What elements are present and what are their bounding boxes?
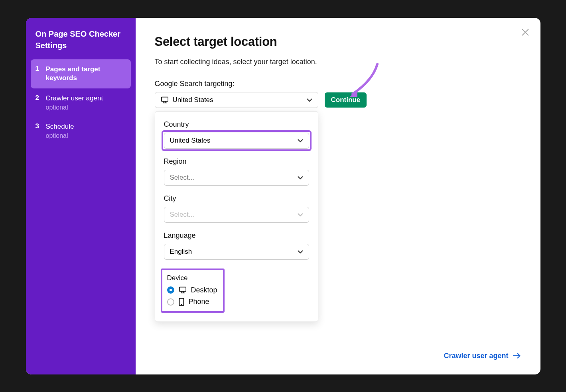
svg-rect-7	[179, 287, 185, 292]
step-optional: optional	[46, 104, 103, 111]
page-subtitle: To start collecting ideas, select your t…	[155, 58, 521, 66]
country-highlight: United States	[162, 130, 312, 151]
chevron-down-icon	[298, 248, 303, 256]
country-label: Country	[164, 120, 309, 129]
continue-button[interactable]: Continue	[325, 92, 367, 108]
location-dropdown-panel: Country United States Region Select...	[155, 111, 318, 322]
region-select[interactable]: Select...	[164, 170, 309, 186]
chevron-down-icon	[298, 174, 303, 182]
desktop-icon	[178, 286, 187, 294]
sidebar-step-schedule[interactable]: 3 Schedule optional	[31, 117, 131, 145]
radio-icon	[167, 298, 174, 306]
language-value: English	[170, 248, 192, 256]
city-select[interactable]: Select...	[164, 207, 309, 223]
device-radio-phone[interactable]: Phone	[167, 298, 218, 306]
settings-modal: On Page SEO Checker Settings 1 Pages and…	[26, 18, 540, 374]
country-select[interactable]: United States	[164, 133, 309, 149]
device-highlight: Device Desktop	[161, 269, 225, 313]
sidebar-title: On Page SEO Checker Settings	[31, 28, 131, 59]
sidebar-step-pages-keywords[interactable]: 1 Pages and target keywords	[31, 59, 131, 89]
language-select[interactable]: English	[164, 244, 309, 260]
device-desktop-label: Desktop	[191, 286, 217, 294]
target-location-value: United States	[173, 96, 213, 104]
svg-rect-2	[161, 97, 168, 101]
arrow-right-icon	[513, 353, 521, 359]
chevron-down-icon	[298, 211, 303, 219]
device-radio-desktop[interactable]: Desktop	[167, 286, 218, 294]
step-label: Schedule	[46, 122, 74, 131]
region-label: Region	[164, 157, 309, 166]
next-step-label: Crawler user agent	[444, 352, 508, 360]
country-value: United States	[170, 137, 211, 145]
step-number: 3	[35, 122, 41, 139]
step-optional: optional	[46, 132, 74, 139]
desktop-icon	[161, 96, 169, 104]
city-placeholder: Select...	[170, 211, 194, 219]
chevron-down-icon	[298, 137, 303, 145]
close-button[interactable]	[518, 25, 532, 39]
sidebar-step-crawler-agent[interactable]: 2 Crawler user agent optional	[31, 88, 131, 117]
next-step-link[interactable]: Crawler user agent	[444, 352, 521, 360]
target-location-select[interactable]: United States	[155, 92, 318, 108]
phone-icon	[178, 298, 185, 306]
language-label: Language	[164, 231, 309, 240]
region-placeholder: Select...	[170, 174, 194, 182]
page-title: Select target location	[155, 35, 521, 49]
city-label: City	[164, 194, 309, 203]
radio-icon	[167, 286, 174, 294]
close-icon	[521, 28, 530, 37]
step-label: Crawler user agent	[46, 94, 103, 103]
step-number: 2	[35, 94, 41, 111]
device-label: Device	[167, 274, 218, 282]
targeting-label: Google Search targeting:	[155, 80, 521, 88]
step-number: 1	[35, 65, 41, 83]
sidebar: On Page SEO Checker Settings 1 Pages and…	[26, 18, 136, 374]
step-label: Pages and target keywords	[46, 65, 126, 83]
chevron-down-icon	[307, 96, 312, 104]
device-phone-label: Phone	[189, 298, 209, 306]
main-panel: Select target location To start collecti…	[136, 18, 540, 374]
